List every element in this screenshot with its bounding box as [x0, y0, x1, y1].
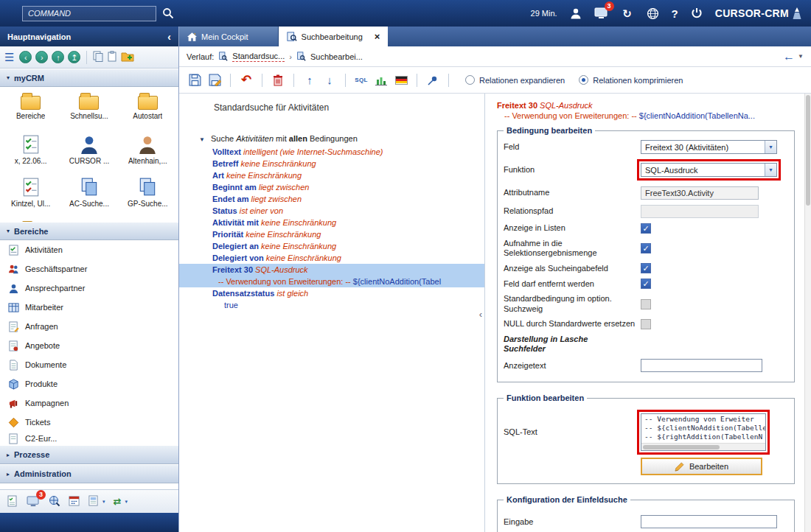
tree-item-delegiert-an[interactable]: Delegiert an keine Einschränkung [179, 240, 484, 252]
funktion-select[interactable]: SQL-Ausdruck ▼ [641, 163, 777, 177]
mycrm-item-ac-suche[interactable]: AC-Suche... [60, 177, 118, 220]
section-header-administration[interactable]: ▸ Administration [0, 464, 178, 483]
vertical-scrollbar[interactable] [804, 94, 811, 532]
sidebar-item-mitarbeiter[interactable]: Mitarbeiter [0, 298, 178, 317]
sidebar-item-angebote[interactable]: Angebote [0, 336, 178, 355]
feld-select[interactable]: Freitext 30 (Aktivitäten) ▼ [641, 140, 777, 154]
move-up-icon[interactable]: ↑ [303, 73, 316, 88]
copy-icon[interactable] [93, 51, 103, 63]
sidebar-item-kampagnen[interactable]: Kampagnen [0, 393, 178, 413]
tab-suchbearbeitung[interactable]: Suchbearbeitung × [279, 27, 389, 46]
report-icon[interactable] [88, 495, 99, 508]
pin-icon[interactable] [426, 73, 439, 88]
globe-icon[interactable] [646, 6, 661, 21]
checkbox-feld-entfernt[interactable]: ✓ [641, 279, 651, 289]
tree-item-datensatzstatus[interactable]: Datensatzstatus ist gleich [179, 287, 484, 299]
sidebar-item-ansprechpartner[interactable]: Ansprechpartner [0, 279, 178, 298]
nav-back-button[interactable]: ‹ [19, 51, 32, 63]
dropdown-arrow-icon[interactable]: ▼ [765, 141, 776, 153]
save-icon[interactable] [188, 73, 201, 88]
nav-forward-button[interactable]: › [35, 51, 48, 63]
tree-item-delegiert-von[interactable]: Delegiert von keine Einschränkung [179, 252, 484, 264]
history-back-icon[interactable]: ← [783, 50, 795, 63]
menu-icon[interactable]: ☰ [4, 51, 14, 64]
mycrm-item-kintzel[interactable]: Kintzel, Ul... [1, 177, 60, 220]
tree-item-beginnt-am[interactable]: Beginnt am liegt zwischen [179, 181, 484, 193]
attributname-input[interactable]: FreeText30.Activity [641, 186, 759, 200]
breadcrumb-item-standardsuche[interactable]: Standardsuc... [232, 52, 285, 62]
caret-down-icon[interactable]: ▼ [798, 53, 804, 60]
web-search-icon[interactable] [49, 495, 60, 508]
checkbox-aufnahme-selektion[interactable]: ✓ [641, 243, 651, 253]
bearbeiten-button[interactable]: Bearbeiten [641, 458, 762, 475]
save-as-icon[interactable] [208, 73, 221, 88]
tree-item-freitext-30-selected[interactable]: Freitext 30 SQL-Ausdruck [179, 264, 484, 276]
mycrm-item-altenhain[interactable]: Altenhain,... [119, 134, 177, 177]
caret-down-icon[interactable]: ▾ [102, 499, 105, 505]
tree-item-aktivitaet-mit[interactable]: Aktivität mit keine Einschränkung [179, 217, 484, 228]
anzeigetext-input[interactable] [641, 359, 762, 372]
sidebar-item-geschaeftspartner[interactable]: Geschäftspartner [0, 259, 178, 279]
mycrm-item-schnellsuche[interactable]: Schnellsu... [60, 91, 118, 134]
help-icon[interactable]: ? [672, 8, 678, 19]
collapse-panel-icon[interactable]: ‹ [479, 309, 482, 320]
caret-down-icon[interactable]: ▾ [125, 499, 128, 505]
tree-item-volltext[interactable]: Volltext intelligent (wie Internet-Suchm… [179, 146, 484, 158]
add-folder-icon[interactable] [121, 51, 134, 63]
calendar-icon[interactable] [69, 495, 80, 508]
user-icon[interactable] [568, 6, 583, 21]
sidebar-item-tickets[interactable]: Tickets [0, 413, 178, 432]
nav-up-button[interactable]: ↑ [52, 51, 64, 63]
search-icon[interactable] [162, 7, 174, 19]
sidebar-item-anfragen[interactable]: Anfragen [0, 317, 178, 336]
collapse-sidebar-icon[interactable]: ‹ [167, 31, 171, 43]
workstation-icon[interactable]: 3 [26, 494, 41, 509]
sync-icon[interactable]: ⇄ [114, 496, 122, 507]
language-flag-icon[interactable] [394, 73, 408, 88]
tree-item-status[interactable]: Status ist einer von [179, 205, 484, 217]
nav-top-button[interactable]: ↥ [68, 51, 80, 63]
radio-relationen-komprimieren[interactable]: Relationen komprimieren [579, 75, 683, 85]
horizontal-scrollbar[interactable] [641, 443, 765, 450]
section-header-bereiche[interactable]: ▾ Bereiche [0, 222, 178, 240]
sql-text-area[interactable]: -- Verwendung von Erweiter -- ${clientNo… [641, 413, 766, 451]
refresh-icon[interactable]: ↻ [620, 6, 635, 21]
protocol-icon[interactable] [7, 495, 18, 508]
sidebar-item-c2[interactable]: C2-Eur... [0, 432, 178, 445]
tree-item-art[interactable]: Art keine Einschränkung [179, 169, 484, 181]
checkbox-null-standardwerte[interactable]: ✓ [641, 319, 651, 329]
scrollbar-thumb[interactable] [643, 445, 720, 449]
checkbox-anzeige-in-listen[interactable]: ✓ [641, 223, 651, 234]
caret-down-icon[interactable]: ▼ [199, 136, 205, 143]
scrollbar-thumb[interactable] [806, 95, 810, 206]
section-header-mycrm[interactable]: ▾ myCRM [0, 69, 178, 87]
sidebar-item-produkte[interactable]: Produkte [0, 374, 178, 393]
workstation-icon[interactable]: 3 [594, 6, 609, 21]
breadcrumb-item-suchbearbeitung[interactable]: Suchbearbei... [310, 52, 363, 61]
logout-icon[interactable] [689, 6, 704, 21]
mycrm-item-autostart[interactable]: Autostart [119, 91, 177, 134]
mycrm-item-cursor[interactable]: CURSOR ... [60, 134, 118, 177]
tab-mein-cockpit[interactable]: Mein Cockpit [179, 27, 279, 46]
section-header-prozesse[interactable]: ▸ Prozesse [0, 445, 178, 464]
tree-root-node[interactable]: ▼ Suche Aktivitäten mit allen Bedingunge… [179, 133, 484, 146]
sidebar-item-aktivitaeten[interactable]: Aktivitäten [0, 240, 178, 259]
tree-item-endet-am[interactable]: Endet am liegt zwischen [179, 193, 484, 205]
mycrm-item-protokoll[interactable]: x, 22.06... [1, 134, 60, 177]
tree-item-sql-comment[interactable]: -- Verwendung von Erweiterungen: -- ${cl… [179, 276, 484, 287]
chart-icon[interactable] [375, 73, 388, 88]
mycrm-item-bereiche[interactable]: Bereiche [1, 91, 60, 134]
dropdown-arrow-icon[interactable]: ▼ [765, 164, 776, 176]
move-down-icon[interactable]: ↓ [323, 73, 336, 88]
tree-item-betreff[interactable]: Betreff keine Einschränkung [179, 158, 484, 169]
sql-icon[interactable]: SQL [355, 73, 368, 88]
close-icon[interactable]: × [375, 31, 380, 42]
relationspfad-input[interactable] [641, 205, 759, 218]
sidebar-item-dokumente[interactable]: Dokumente [0, 355, 178, 374]
mycrm-item-gp-suche[interactable]: GP-Suche... [119, 177, 177, 220]
checkbox-standardbedingung[interactable]: ✓ [641, 299, 651, 309]
delete-icon[interactable] [271, 73, 285, 88]
checkbox-anzeige-sucheingabefeld[interactable]: ✓ [641, 263, 651, 273]
eingabe-input[interactable] [641, 515, 777, 528]
radio-relationen-expandieren[interactable]: Relationen expandieren [465, 75, 565, 85]
